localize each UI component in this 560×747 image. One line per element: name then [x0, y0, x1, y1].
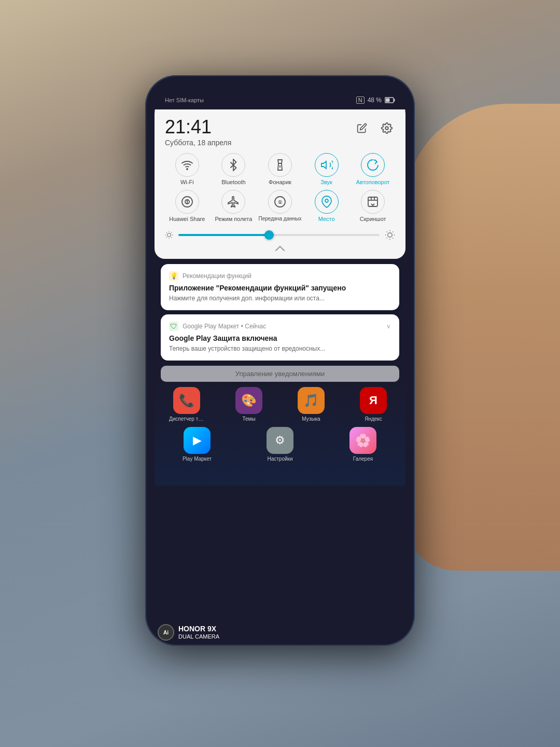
toggle-screenshot[interactable]: Скриншот — [351, 190, 395, 223]
data-label: Передача данных — [258, 216, 301, 222]
toggle-huawei-share[interactable]: Huawei Share — [165, 190, 209, 223]
autorotate-icon — [361, 153, 385, 177]
battery-status: 48 % — [368, 96, 382, 104]
brightness-low-icon — [165, 231, 173, 239]
settings-button[interactable] — [379, 120, 395, 136]
svg-line-29 — [393, 238, 393, 239]
edit-button[interactable] — [354, 120, 370, 136]
app-themes[interactable]: 🎨 Темы — [231, 387, 267, 422]
sound-label: Звук — [320, 179, 332, 186]
gallery-icon: 🌸 — [349, 427, 376, 454]
play-label: Play Маркет — [179, 456, 215, 462]
svg-marker-6 — [321, 161, 326, 169]
notification-1[interactable]: 💡 Рекомендации функций Приложение "Реком… — [161, 264, 399, 310]
notif-2-icon: 🛡 — [169, 322, 178, 331]
status-bar-right: N 48 % — [356, 96, 395, 104]
themes-label: Темы — [231, 416, 267, 422]
notif-1-app: Рекомендации функций — [183, 272, 391, 280]
toggle-airplane[interactable]: Режим полета — [212, 190, 256, 223]
flashlight-icon — [268, 153, 292, 177]
phone-wrapper: Нет SIM-карты N 48 % — [145, 75, 415, 646]
app-settings[interactable]: ⚙ Настройки — [262, 427, 298, 462]
notifications-area: 💡 Рекомендации функций Приложение "Реком… — [155, 259, 405, 366]
toggle-autorotate[interactable]: Автоповорот — [351, 153, 395, 186]
phone-screen: Нет SIM-карты N 48 % — [155, 91, 405, 630]
yandex-label: Яндекс — [356, 416, 391, 422]
dispatcher-label: Диспетчер телефона — [169, 416, 204, 422]
toggle-data[interactable]: ① Передача данных — [258, 190, 302, 223]
app-yandex[interactable]: Я Яндекс — [356, 387, 391, 422]
notif-2-app: Google Play Маркет • Сейчас — [183, 323, 382, 330]
autorotate-label: Автоповорот — [356, 179, 390, 186]
toggle-wifi[interactable]: Wi-Fi — [165, 153, 209, 186]
airplane-icon — [221, 190, 245, 214]
toggle-sound[interactable]: Звук — [304, 153, 349, 186]
wifi-label: Wi-Fi — [180, 179, 194, 186]
notif-2-body: Теперь ваше устройство защищено от вредо… — [169, 344, 391, 353]
svg-text:①: ① — [278, 200, 282, 205]
svg-line-20 — [171, 238, 172, 238]
status-bar: Нет SIM-карты N 48 % — [155, 91, 405, 109]
app-row-2: ▶ Play Маркет ⚙ Настройки 🌸 Галерея — [159, 427, 401, 462]
brightness-thumb[interactable] — [264, 230, 274, 240]
honor-branding: Ai HONOR 9X DUAL CAMERA — [158, 624, 219, 641]
huawei-share-label: Huawei Share — [169, 216, 205, 223]
app-music[interactable]: 🎵 Музыка — [293, 387, 329, 422]
brightness-fill — [178, 234, 269, 236]
dispatcher-icon: 📞 — [173, 387, 200, 414]
bluetooth-icon — [221, 153, 245, 177]
music-icon: 🎵 — [298, 387, 325, 414]
brightness-slider[interactable] — [178, 234, 380, 236]
svg-point-11 — [325, 199, 328, 202]
flashlight-label: Фонарик — [269, 179, 291, 186]
location-icon — [315, 190, 339, 214]
homescreen: 📞 Диспетчер телефона 🎨 Темы 🎵 Музыка Я Я… — [155, 382, 405, 486]
toggle-flashlight[interactable]: Фонарик — [258, 153, 302, 186]
themes-icon: 🎨 — [235, 387, 262, 414]
phone-body: Нет SIM-карты N 48 % — [145, 75, 415, 646]
hand-overlay — [404, 104, 560, 571]
svg-rect-2 — [386, 99, 390, 102]
qs-date: Суббота, 18 апреля — [165, 139, 231, 147]
manage-notifications-button[interactable]: Управление уведомлениями — [161, 366, 399, 382]
huawei-share-icon — [175, 190, 199, 214]
collapse-button[interactable] — [165, 244, 395, 253]
svg-rect-1 — [394, 99, 395, 102]
qs-header-icons — [354, 120, 395, 136]
gallery-label: Галерея — [345, 456, 381, 462]
honor-line2: DUAL CAMERA — [178, 633, 219, 640]
location-label: Место — [318, 216, 335, 223]
app-gallery[interactable]: 🌸 Галерея — [345, 427, 381, 462]
sim-status: Нет SIM-карты — [165, 97, 204, 103]
settings-icon: ⚙ — [267, 427, 293, 454]
qs-toggles-grid: Wi-Fi Bluetooth — [165, 153, 395, 223]
svg-line-32 — [387, 238, 387, 239]
honor-text: HONOR 9X DUAL CAMERA — [178, 625, 219, 640]
app-dispatcher[interactable]: 📞 Диспетчер телефона — [169, 387, 204, 422]
qs-time: 21:41 — [165, 118, 231, 136]
yandex-icon: Я — [360, 387, 387, 414]
toggle-location[interactable]: Место — [304, 190, 349, 223]
nfc-icon: N — [356, 96, 365, 104]
notification-2[interactable]: 🛡 Google Play Маркет • Сейчас ∨ Google P… — [161, 314, 399, 361]
svg-line-23 — [166, 238, 167, 238]
honor-ai-badge: Ai — [158, 624, 174, 641]
brightness-row — [165, 230, 395, 240]
svg-line-24 — [171, 232, 172, 233]
screenshot-icon — [361, 190, 385, 214]
svg-point-16 — [167, 233, 171, 237]
battery-icon — [385, 97, 395, 103]
qs-datetime: 21:41 Суббота, 18 апреля — [165, 118, 231, 147]
svg-line-28 — [387, 232, 387, 232]
honor-line1: HONOR 9X — [178, 625, 219, 633]
svg-point-3 — [385, 127, 388, 130]
sound-icon — [315, 153, 339, 177]
bluetooth-label: Bluetooth — [221, 179, 245, 186]
play-icon: ▶ — [184, 427, 211, 454]
toggle-bluetooth[interactable]: Bluetooth — [212, 153, 256, 186]
app-row-1: 📞 Диспетчер телефона 🎨 Темы 🎵 Музыка Я Я… — [159, 387, 401, 422]
notif-1-body: Нажмите для получения доп. информации ил… — [169, 294, 391, 303]
brightness-high-icon — [385, 230, 395, 240]
app-play[interactable]: ▶ Play Маркет — [179, 427, 215, 462]
qs-header: 21:41 Суббота, 18 апреля — [165, 118, 395, 147]
